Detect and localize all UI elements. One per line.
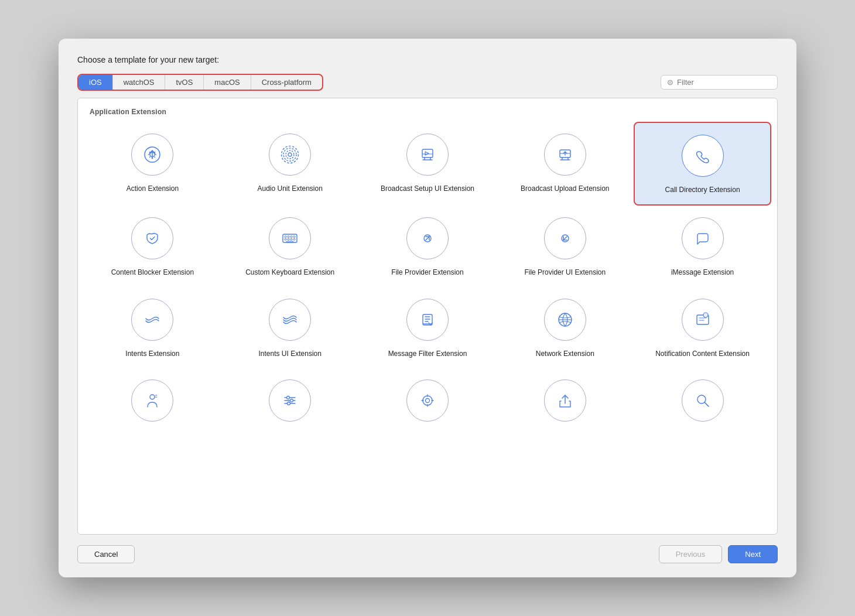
imessage-extension-icon: [682, 217, 724, 259]
svg-point-32: [425, 399, 429, 403]
list-item[interactable]: [221, 370, 359, 426]
section-label: Application Extension: [78, 105, 777, 122]
item-label: Custom Keyboard Extension: [245, 268, 334, 278]
svg-point-5: [282, 146, 299, 163]
previous-button[interactable]: Previous: [659, 545, 723, 563]
svg-rect-9: [285, 236, 286, 238]
item-label: Call Directory Extension: [665, 185, 740, 195]
intents-ui-extension-icon: [269, 299, 311, 341]
svg-rect-16: [293, 238, 295, 240]
content-area: Application Extension Action Extension: [77, 98, 778, 535]
list-item[interactable]: [359, 370, 497, 426]
item-label: Broadcast Setup UI Extension: [381, 184, 474, 194]
svg-point-3: [286, 150, 294, 159]
tab-cross-platform[interactable]: Cross-platform: [251, 75, 322, 90]
item-label: Intents UI Extension: [259, 349, 322, 359]
item-label: File Provider Extension: [391, 268, 463, 278]
svg-point-28: [290, 399, 293, 402]
filter-box[interactable]: ⊜: [661, 75, 778, 90]
content-blocker-extension-icon: [131, 217, 173, 259]
right-buttons: Previous Next: [659, 545, 778, 563]
svg-point-31: [423, 396, 432, 405]
next-button[interactable]: Next: [728, 545, 778, 563]
broadcast-upload-extension-icon: [544, 134, 586, 176]
share-extension-icon: [544, 379, 586, 422]
svg-point-26: [287, 396, 290, 399]
item-label: Notification Content Extension: [655, 349, 750, 359]
list-item[interactable]: Call Directory Extension: [634, 122, 771, 206]
partial-grid: [78, 370, 777, 426]
list-item[interactable]: Action Extension: [84, 122, 221, 206]
filter-icon: ⊜: [667, 78, 673, 87]
list-item[interactable]: iMessage Extension: [634, 206, 771, 287]
list-item[interactable]: [634, 370, 771, 426]
svg-point-4: [283, 148, 296, 161]
svg-rect-14: [288, 238, 289, 240]
custom-keyboard-extension-icon: [269, 217, 311, 259]
action-extension-icon: [131, 134, 173, 176]
list-item[interactable]: Network Extension: [496, 287, 634, 368]
intents-extension-icon: [131, 299, 173, 341]
item-label: iMessage Extension: [671, 268, 734, 278]
list-item[interactable]: Audio Unit Extension: [221, 122, 359, 206]
svg-rect-13: [285, 238, 286, 240]
list-item[interactable]: Broadcast Setup UI Extension: [359, 122, 497, 206]
tab-ios[interactable]: iOS: [78, 75, 113, 90]
item-label: Content Blocker Extension: [111, 268, 194, 278]
svg-line-38: [704, 402, 709, 406]
svg-rect-11: [290, 236, 292, 238]
notification-content-extension-icon: [682, 299, 724, 341]
item-label: Audio Unit Extension: [257, 184, 322, 194]
tab-macos[interactable]: macOS: [204, 75, 251, 90]
svg-point-24: [150, 395, 155, 399]
tab-watchos[interactable]: watchOS: [113, 75, 166, 90]
list-item[interactable]: Broadcast Upload Extension: [496, 122, 634, 206]
list-item[interactable]: File Provider Extension: [359, 206, 497, 287]
file-provider-extension-icon: [406, 217, 449, 259]
item-label: File Provider UI Extension: [524, 268, 606, 278]
item-label: Broadcast Upload Extension: [521, 184, 609, 194]
spotlight-index-extension-icon: [682, 379, 724, 422]
svg-rect-15: [290, 238, 292, 240]
list-item[interactable]: File Provider UI Extension: [496, 206, 634, 287]
tab-row-container: iOS watchOS tvOS macOS Cross-platform ⊜: [77, 74, 778, 91]
svg-rect-17: [286, 241, 293, 242]
tab-tvos[interactable]: tvOS: [165, 75, 204, 90]
cancel-button[interactable]: Cancel: [77, 545, 135, 563]
item-label: Network Extension: [536, 349, 594, 359]
item-label: Message Filter Extension: [388, 349, 467, 359]
file-provider-ui-extension-icon: [544, 217, 586, 259]
list-item[interactable]: Custom Keyboard Extension: [221, 206, 359, 287]
preferences-extension-icon: [269, 379, 311, 422]
template-grid: Action Extension Audio Unit Extension: [78, 122, 777, 368]
bottom-bar: Cancel Previous Next: [77, 535, 778, 563]
svg-rect-12: [293, 236, 295, 238]
item-label: Intents Extension: [125, 349, 179, 359]
svg-rect-18: [423, 314, 432, 325]
svg-rect-10: [288, 236, 289, 238]
svg-point-2: [288, 153, 292, 156]
notification-service-extension-icon: [131, 379, 173, 422]
svg-point-23: [703, 313, 708, 317]
list-item[interactable]: [496, 370, 634, 426]
list-item[interactable]: Intents Extension: [84, 287, 221, 368]
list-item[interactable]: Content Blocker Extension: [84, 206, 221, 287]
filter-input[interactable]: [677, 78, 771, 87]
svg-point-30: [288, 402, 290, 405]
dialog: Choose a template for your new target: i…: [59, 39, 796, 577]
list-item[interactable]: Notification Content Extension: [634, 287, 771, 368]
message-filter-extension-icon: [406, 299, 449, 341]
svg-rect-6: [422, 149, 433, 158]
photo-editing-extension-icon: [406, 379, 449, 422]
list-item[interactable]: Message Filter Extension: [359, 287, 497, 368]
tab-group: iOS watchOS tvOS macOS Cross-platform: [77, 74, 323, 91]
dialog-title: Choose a template for your new target:: [77, 55, 778, 64]
list-item[interactable]: [84, 370, 221, 426]
broadcast-setup-extension-icon: [406, 134, 449, 176]
audio-unit-extension-icon: [269, 134, 311, 176]
network-extension-icon: [544, 299, 586, 341]
call-directory-extension-icon: [682, 135, 724, 177]
item-label: Action Extension: [126, 184, 179, 194]
list-item[interactable]: Intents UI Extension: [221, 287, 359, 368]
